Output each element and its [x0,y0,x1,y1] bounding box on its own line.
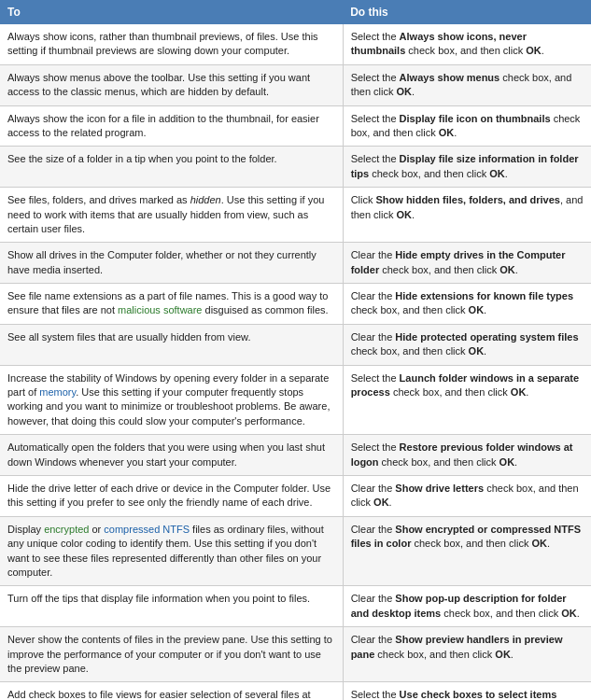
table-cell-right: Select the Display file size information… [343,147,591,188]
table-cell-right: Clear the Show encrypted or compressed N… [343,516,591,586]
table-cell-right: Select the Launch folder windows in a se… [343,365,591,435]
table-row: Always show icons, rather than thumbnail… [0,24,591,64]
table-cell-left: See the size of a folder in a tip when y… [0,147,343,188]
table-row: See all system files that are usually hi… [0,324,591,365]
table-cell-left: See file name extensions as a part of fi… [0,284,343,325]
table-cell-right: Clear the Show pop-up description for fo… [343,586,591,627]
table-cell-right: Select the Display file icon on thumbnai… [343,105,591,147]
table-row: Hide the drive letter of each drive or d… [0,475,591,516]
table-row: Never show the contents of files in the … [0,627,591,682]
table-cell-left: See files, folders, and drives marked as… [0,188,343,243]
table-cell-left: Automatically open the folders that you … [0,435,343,476]
table-cell-left: Add check boxes to file views for easier… [0,682,343,700]
table-row: Increase the stability of Windows by ope… [0,365,591,435]
table-row: Display encrypted or compressed NTFS fil… [0,516,591,586]
table-cell-right: Clear the Show preview handlers in previ… [343,627,591,682]
table-row: Add check boxes to file views for easier… [0,682,591,700]
table-cell-right: Clear the Show drive letters check box, … [343,475,591,516]
table-cell-left: Turn off the tips that display file info… [0,586,343,627]
table-cell-left: Show all drives in the Computer folder, … [0,243,343,284]
table-row: Automatically open the folders that you … [0,435,591,476]
table-row: See file name extensions as a part of fi… [0,284,591,325]
table-cell-right: Click Show hidden files, folders, and dr… [343,188,591,243]
table-row: Always show menus above the toolbar. Use… [0,64,591,105]
col-header-to: To [0,0,343,24]
table-row: Always show the icon for a file in addit… [0,105,591,147]
table-cell-right: Clear the Hide empty drives in the Compu… [343,243,591,284]
table-cell-left: Display encrypted or compressed NTFS fil… [0,516,343,586]
table-cell-right: Select the Always show icons, never thum… [343,24,591,64]
table-cell-left: Increase the stability of Windows by ope… [0,365,343,435]
table-cell-right: Select the Restore previous folder windo… [343,435,591,476]
table-cell-left: Never show the contents of files in the … [0,627,343,682]
col-header-do: Do this [343,0,591,24]
table-cell-right: Clear the Hide extensions for known file… [343,284,591,325]
table-cell-left: Always show the icon for a file in addit… [0,105,343,147]
table-row: See files, folders, and drives marked as… [0,188,591,243]
table-row: See the size of a folder in a tip when y… [0,147,591,188]
table-row: Turn off the tips that display file info… [0,586,591,627]
table-cell-left: Always show icons, rather than thumbnail… [0,24,343,64]
main-table: To Do this Always show icons, rather tha… [0,0,591,700]
table-row: Show all drives in the Computer folder, … [0,243,591,284]
table-cell-right: Select the Always show menus check box, … [343,64,591,105]
table-cell-left: Hide the drive letter of each drive or d… [0,475,343,516]
table-cell-right: Clear the Hide protected operating syste… [343,324,591,365]
table-cell-right: Select the Use check boxes to select ite… [343,682,591,700]
table-cell-left: Always show menus above the toolbar. Use… [0,64,343,105]
table-cell-left: See all system files that are usually hi… [0,324,343,365]
